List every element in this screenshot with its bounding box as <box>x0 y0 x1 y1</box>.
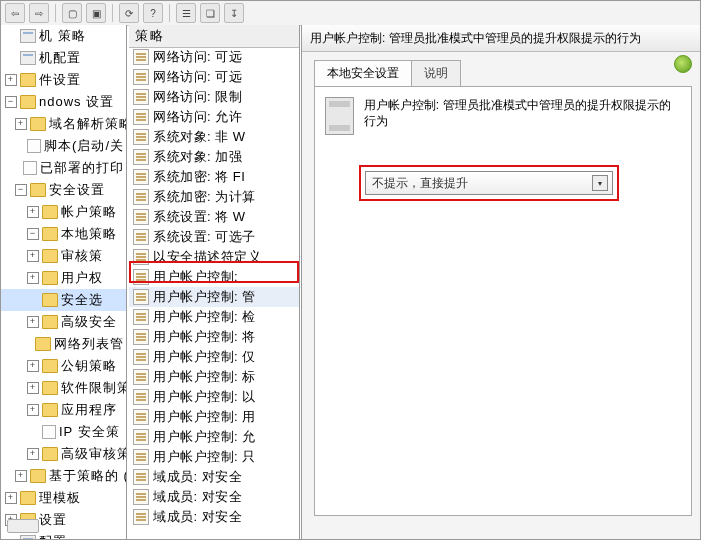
policy-list-pane[interactable]: 策略 网络访问: 可远网络访问: 可远网络访问: 限制网络访问: 允许系统对象:… <box>129 25 300 539</box>
policy-list-item[interactable]: 系统对象: 非 W <box>129 127 299 147</box>
policy-icon <box>133 269 149 285</box>
tree-item[interactable]: −ndows 设置 <box>1 91 126 113</box>
policy-list-item[interactable]: 用户帐户控制: 用 <box>129 407 299 427</box>
policy-list-item[interactable]: 域成员: 对安全 <box>129 467 299 487</box>
toolbar-forward-button[interactable]: ⇨ <box>29 3 49 23</box>
policy-icon <box>133 329 149 345</box>
expand-toggle[interactable]: + <box>27 404 39 416</box>
policy-item-label: 用户帐户控制: 将 <box>153 328 256 346</box>
tree-item[interactable]: IP 安全策 <box>1 421 126 443</box>
tree-item[interactable]: 脚本(启动/关 <box>1 135 126 157</box>
expand-toggle[interactable]: + <box>27 360 39 372</box>
tree-item[interactable]: +审核策 <box>1 245 126 267</box>
policy-icon <box>133 449 149 465</box>
policy-list-item[interactable]: 系统加密: 为计算 <box>129 187 299 207</box>
policy-list-item[interactable]: 网络访问: 限制 <box>129 87 299 107</box>
expand-toggle[interactable]: − <box>5 96 17 108</box>
policy-icon <box>133 149 149 165</box>
expand-toggle[interactable]: + <box>15 470 27 482</box>
tree-item[interactable]: 安全选 <box>1 289 126 311</box>
elevation-behavior-select[interactable]: 不提示，直接提升 ▾ <box>365 171 613 195</box>
policy-item-label: 网络访问: 限制 <box>153 88 242 106</box>
policy-item-label: 系统对象: 加强 <box>153 148 242 166</box>
toolbar: ⇦ ⇨ ▢ ▣ ⟳ ? ☰ ❏ ↧ <box>1 1 700 26</box>
tree-item-label: 脚本(启动/关 <box>44 137 124 155</box>
policy-list-item[interactable]: 用户帐户控制: 将 <box>129 327 299 347</box>
tree-item[interactable]: −本地策略 <box>1 223 126 245</box>
tree-item[interactable]: +公钥策略 <box>1 355 126 377</box>
toolbar-btn-8[interactable]: ❏ <box>200 3 220 23</box>
policy-list-item[interactable]: 域成员: 对安全 <box>129 487 299 507</box>
policy-list-item[interactable]: 网络访问: 允许 <box>129 107 299 127</box>
expand-toggle[interactable]: + <box>27 382 39 394</box>
tree-item[interactable]: 机配置 <box>1 47 126 69</box>
policy-list-item[interactable]: 域成员: 对安全 <box>129 507 299 527</box>
toolbar-back-button[interactable]: ⇦ <box>5 3 25 23</box>
tree-item-label: 基于策略的 ( <box>49 467 127 485</box>
policy-list-item[interactable]: 系统加密: 将 FI <box>129 167 299 187</box>
tree-item[interactable]: −安全设置 <box>1 179 126 201</box>
expand-toggle[interactable]: + <box>27 206 39 218</box>
expand-toggle[interactable]: + <box>15 118 27 130</box>
tree-item[interactable]: +应用程序 <box>1 399 126 421</box>
tree-item-label: 安全选 <box>61 291 103 309</box>
expand-toggle[interactable]: + <box>27 316 39 328</box>
tree-item[interactable]: +高级安全 <box>1 311 126 333</box>
tree-item[interactable]: 已部署的打印 <box>1 157 126 179</box>
policy-list-item[interactable]: 系统设置: 可选子 <box>129 227 299 247</box>
policy-list-item[interactable]: 以安全描述符定义 <box>129 247 299 267</box>
column-header-policy[interactable]: 策略 <box>129 25 299 48</box>
tree-item[interactable]: +件设置 <box>1 69 126 91</box>
policy-list-item[interactable]: 用户帐户控制: 以 <box>129 387 299 407</box>
tree-item[interactable]: +基于策略的 ( <box>1 465 126 487</box>
policy-list-item[interactable]: 用户帐户控制: 管 <box>129 287 299 307</box>
toolbar-btn-3[interactable]: ▢ <box>62 3 82 23</box>
policy-icon <box>133 69 149 85</box>
tree-item[interactable]: 网络列表管 <box>1 333 126 355</box>
policy-icon <box>133 229 149 245</box>
policy-item-label: 域成员: 对安全 <box>153 488 242 506</box>
tree-item[interactable]: +用户权 <box>1 267 126 289</box>
expand-toggle[interactable]: + <box>27 272 39 284</box>
toolbar-separator <box>55 4 56 22</box>
policy-list-item[interactable]: 网络访问: 可远 <box>129 47 299 67</box>
nav-tree-pane[interactable]: 机 策略机配置+件设置−ndows 设置+域名解析策略脚本(启动/关已部署的打印… <box>1 25 127 539</box>
tree-item[interactable]: +高级审核策 <box>1 443 126 465</box>
policy-item-label: 网络访问: 允许 <box>153 108 242 126</box>
toolbar-btn-7[interactable]: ☰ <box>176 3 196 23</box>
tree-item[interactable]: 机 策略 <box>1 25 126 47</box>
tree-item[interactable]: +软件限制策 <box>1 377 126 399</box>
policy-list-item[interactable]: 用户帐户控制: 仅 <box>129 347 299 367</box>
tab-explain[interactable]: 说明 <box>411 60 461 86</box>
policy-list-item[interactable]: 用户帐户控制: 只 <box>129 447 299 467</box>
folder-icon <box>42 227 58 241</box>
policy-list-item[interactable]: 系统设置: 将 W <box>129 207 299 227</box>
policy-list-item[interactable]: 用户帐户控制: <box>129 267 299 287</box>
toolbar-help-button[interactable]: ? <box>143 3 163 23</box>
policy-list-item[interactable]: 网络访问: 可远 <box>129 67 299 87</box>
toolbar-export-button[interactable]: ↧ <box>224 3 244 23</box>
policy-icon <box>133 509 149 525</box>
policy-item-label: 用户帐户控制: 管 <box>153 288 256 306</box>
policy-list-item[interactable]: 用户帐户控制: 允 <box>129 427 299 447</box>
toolbar-refresh-button[interactable]: ⟳ <box>119 3 139 23</box>
tree-item[interactable]: +域名解析策略 <box>1 113 126 135</box>
horizontal-scrollbar[interactable] <box>7 519 39 533</box>
toolbar-btn-4[interactable]: ▣ <box>86 3 106 23</box>
expand-toggle[interactable]: − <box>15 184 27 196</box>
tree-item[interactable]: +帐户策略 <box>1 201 126 223</box>
page-icon <box>23 161 37 175</box>
tab-local-security[interactable]: 本地安全设置 <box>314 60 412 86</box>
tree-item[interactable]: +理模板 <box>1 487 126 509</box>
tree-item-label: 软件限制策 <box>61 379 127 397</box>
policy-icon <box>133 409 149 425</box>
expand-toggle[interactable]: + <box>27 448 39 460</box>
policy-list-item[interactable]: 用户帐户控制: 标 <box>129 367 299 387</box>
expand-toggle[interactable]: + <box>27 250 39 262</box>
policy-list-item[interactable]: 用户帐户控制: 检 <box>129 307 299 327</box>
expand-toggle[interactable]: + <box>5 492 17 504</box>
policy-list-item[interactable]: 系统对象: 加强 <box>129 147 299 167</box>
expand-toggle[interactable]: − <box>27 228 39 240</box>
expand-toggle[interactable]: + <box>5 74 17 86</box>
policy-item-label: 网络访问: 可远 <box>153 68 242 86</box>
